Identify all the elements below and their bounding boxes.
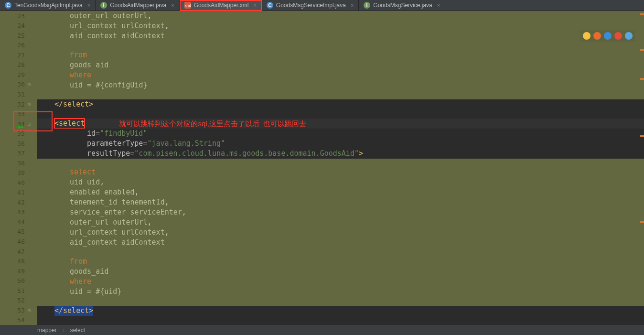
gutter-row[interactable]: 37: [0, 148, 37, 158]
code-line[interactable]: url_context urlContext,: [37, 21, 644, 31]
code-line[interactable]: url_context urlContext,: [37, 227, 644, 238]
code-line[interactable]: <select 就可以跳转到这个对应的sql,这里点击了以后 也可以跳回去: [37, 119, 644, 129]
java-i-icon: I: [100, 2, 107, 9]
gutter: 2324252627282930⊟3132⊟3334⊟3536373839404…: [0, 11, 37, 325]
code-line[interactable]: uid = #{uid}: [37, 287, 644, 297]
close-icon[interactable]: ×: [351, 2, 354, 8]
editor-area: 2324252627282930⊟3132⊟3334⊟3536373839404…: [0, 11, 644, 325]
tab[interactable]: IGoodsAidMapper.java×: [96, 0, 180, 11]
gutter-row[interactable]: 31: [0, 89, 37, 99]
gutter-row[interactable]: 52: [0, 295, 37, 305]
code-line[interactable]: uid uid,: [37, 177, 644, 187]
code-line[interactable]: where: [37, 277, 644, 287]
code-line[interactable]: tenement_id tenementId,: [37, 197, 644, 207]
gutter-row[interactable]: 53⊟: [0, 305, 37, 315]
close-icon[interactable]: ×: [437, 2, 440, 8]
code-line[interactable]: [37, 41, 644, 50]
breadcrumb-child[interactable]: select: [70, 327, 85, 334]
code-line[interactable]: where: [37, 70, 644, 80]
code-line[interactable]: aid_context aidContext: [37, 31, 644, 41]
gutter-row[interactable]: 27: [0, 50, 37, 60]
code-area[interactable]: outer_url outerUrl,url_context urlContex…: [37, 11, 644, 325]
tab[interactable]: CTenGoodsMsgApiImpl.java×: [0, 0, 96, 11]
code-line[interactable]: [37, 248, 644, 257]
code-line[interactable]: enabled enabled,: [37, 187, 644, 197]
fold-icon[interactable]: ⊟: [28, 308, 34, 313]
gutter-row[interactable]: 48: [0, 256, 37, 266]
code-line[interactable]: goods_aid: [37, 267, 644, 277]
code-line[interactable]: resultType="com.pisen.cloud.luna.ms.good…: [37, 149, 644, 159]
browser-preview-icons[interactable]: [580, 30, 635, 42]
browser-icon[interactable]: [593, 32, 601, 40]
gutter-row[interactable]: 45: [0, 227, 37, 237]
gutter-row[interactable]: 51: [0, 286, 37, 296]
fold-icon[interactable]: ⊟: [28, 82, 34, 87]
xml-icon: xml: [184, 2, 191, 9]
code-line[interactable]: id="findbyUid": [37, 129, 644, 139]
breadcrumb-root[interactable]: mapper: [37, 327, 57, 334]
stripe-mark[interactable]: [640, 13, 644, 15]
stripe-mark[interactable]: [640, 49, 644, 51]
gutter-row[interactable]: 54: [0, 315, 37, 325]
stripe-mark[interactable]: [640, 221, 644, 223]
code-line[interactable]: [37, 90, 644, 99]
close-icon[interactable]: ×: [253, 2, 256, 8]
gutter-row[interactable]: 36: [0, 139, 37, 149]
browser-icon[interactable]: [614, 32, 622, 40]
stripe-mark[interactable]: [640, 135, 644, 137]
code-line[interactable]: outer_url outerUrl,: [37, 217, 644, 227]
gutter-row[interactable]: 26: [0, 41, 37, 51]
code-line[interactable]: uid = #{configUid}: [37, 80, 644, 90]
browser-icon[interactable]: [604, 32, 612, 40]
code-line[interactable]: [37, 159, 644, 168]
code-line[interactable]: service_enter serviceEnter,: [37, 207, 644, 217]
gutter-row[interactable]: 49: [0, 266, 37, 276]
gutter-row[interactable]: 23: [0, 11, 37, 21]
gutter-row[interactable]: 41: [0, 188, 37, 198]
breadcrumb-bar[interactable]: mapper › select: [0, 325, 644, 335]
gutter-row[interactable]: 44: [0, 217, 37, 227]
fold-icon[interactable]: ⊟: [28, 121, 34, 127]
gutter-row[interactable]: 50: [0, 276, 37, 286]
tab-label: GoodsMsgService.java: [373, 2, 432, 9]
code-line[interactable]: parameterType="java.lang.String": [37, 139, 644, 149]
code-line[interactable]: [37, 316, 644, 325]
close-icon[interactable]: ×: [171, 2, 174, 8]
tab[interactable]: CGoodsMsgServiceImpl.java×: [262, 0, 359, 11]
gutter-row[interactable]: 25: [0, 31, 37, 41]
gutter-row[interactable]: 42: [0, 197, 37, 207]
close-icon[interactable]: ×: [87, 2, 90, 8]
code-line[interactable]: select: [37, 167, 644, 177]
gutter-row[interactable]: 43: [0, 207, 37, 217]
gutter-row[interactable]: 38: [0, 158, 37, 168]
gutter-row[interactable]: 40: [0, 178, 37, 188]
fold-icon[interactable]: ⊟: [28, 102, 34, 107]
code-line[interactable]: outer_url outerUrl,: [37, 11, 644, 21]
gutter-row[interactable]: 30⊟: [0, 80, 37, 90]
tab[interactable]: xmlGoodsAidMapper.xml×: [180, 0, 262, 11]
back-arrow-icon: ←: [17, 120, 23, 132]
code-line[interactable]: goods_aid: [37, 60, 644, 70]
gutter-row[interactable]: 32⊟: [0, 99, 37, 109]
gutter-row[interactable]: 29: [0, 70, 37, 80]
browser-icon[interactable]: [583, 32, 590, 40]
code-line[interactable]: aid_context aidContext: [37, 238, 644, 248]
java-c-icon: C: [5, 2, 11, 9]
gutter-row[interactable]: 39: [0, 168, 37, 178]
gutter-row[interactable]: 47: [0, 247, 37, 257]
code-line[interactable]: from: [37, 50, 644, 60]
code-line[interactable]: [37, 297, 644, 306]
tab[interactable]: IGoodsMsgService.java×: [359, 0, 445, 11]
stripe-mark[interactable]: [640, 78, 644, 80]
code-line[interactable]: </select>: [37, 306, 644, 316]
error-stripe[interactable]: [637, 11, 644, 325]
code-line[interactable]: from: [37, 257, 644, 267]
svg-text:C: C: [6, 3, 10, 8]
gutter-row[interactable]: 28: [0, 60, 37, 70]
code-line[interactable]: [37, 109, 644, 119]
gutter-row[interactable]: 46: [0, 237, 37, 247]
code-line[interactable]: </select>: [37, 99, 644, 109]
gutter-row[interactable]: 24: [0, 21, 37, 31]
browser-icon[interactable]: [625, 32, 633, 40]
gutter-row[interactable]: 33: [0, 109, 37, 119]
